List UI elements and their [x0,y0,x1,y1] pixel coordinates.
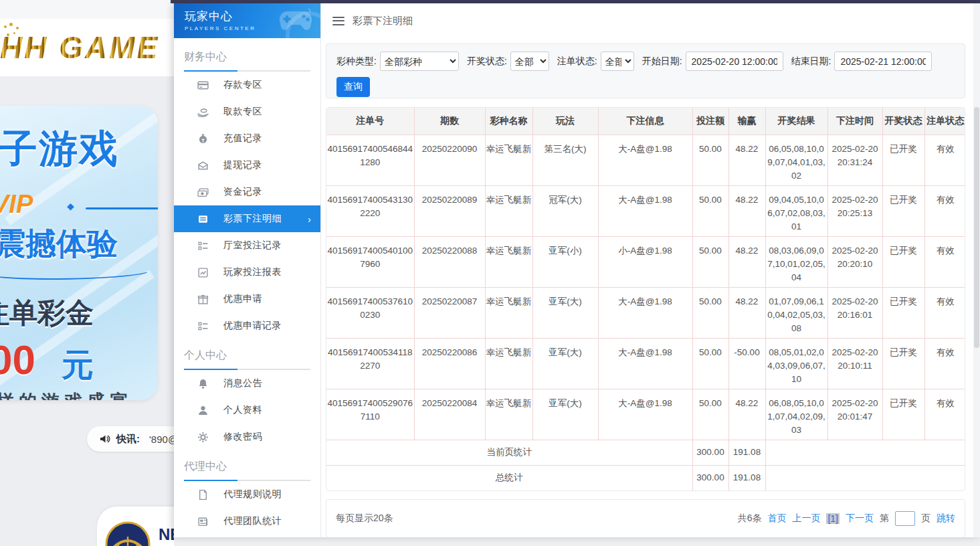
draw-status-cell: 已开奖 [882,185,924,236]
period-cell: 20250220089 [414,185,485,236]
sidebar-item-label: 优惠申请 [223,293,262,305]
table-row: 401569174005431302220 20250220089 幸运飞艇新 … [326,185,965,236]
first-page-link[interactable]: 首页 [767,513,786,525]
jump-page-input[interactable] [895,511,915,526]
lottery-name-cell: 幸运飞艇新 [485,134,532,185]
bet-id-cell: 401569174005431302220 [326,185,414,236]
bet-amount-cell: 50.00 [692,389,728,440]
bet-info-cell: 大-A盘@1.98 [598,185,692,236]
search-button[interactable]: 查询 [336,77,370,97]
sidebar-item-label: 取款专区 [223,106,262,118]
sidebar-item-lottery-bet-details[interactable]: 彩票下注明细 › [174,205,320,232]
logo-spark-dot [16,27,19,29]
bet-status-select[interactable]: 全部 [601,52,634,71]
sidebar-item-promo-apply-records[interactable]: 优惠申请记录 [174,312,320,339]
bet-status-cell: 有效 [924,185,965,236]
sidebar-item-profile[interactable]: 个人资料 [174,397,320,424]
sidebar-item-agent-rules[interactable]: 代理规则说明 [174,481,320,508]
user-icon [197,405,209,416]
draw-result-cell: 06,05,08,10,09,07,04,01,03,02 [765,134,827,185]
bet-id-cell: 401569174005341182270 [326,338,414,389]
promo-banner[interactable]: 子游戏 VIP ◆ 震撼体验 注单彩金 00 元 样的游戏盛宴 中 [0,106,158,400]
bell-icon [197,378,209,389]
play-type-cell: 亚军(大) [532,287,598,338]
bet-info-cell: 大-A盘@1.98 [598,134,692,185]
sidebar-item-withdrawal-records[interactable]: 提现记录 [174,152,320,179]
menu-toggle-icon[interactable] [332,17,345,25]
current-page-indicator: [1] [826,513,840,524]
gift-icon [197,294,209,305]
table-row: 401569174005401007960 20250220088 幸运飞艇新 … [326,236,965,287]
bottom-game-card[interactable]: NE [97,507,174,546]
site-logo-band: HH GAME [0,19,174,76]
bet-id-cell: 401569174005376100230 [326,287,414,338]
scrollbar-track[interactable] [973,3,980,537]
period-cell: 20250220088 [414,236,485,287]
news-ticker[interactable]: 快讯: '890@ [87,426,174,452]
lottery-name-cell: 幸运飞艇新 [485,185,532,236]
lottery-type-select[interactable]: 全部彩种 [380,52,459,71]
sidebar-item-player-bet-report[interactable]: 玩家投注报表 [174,259,320,286]
bet-info-cell: 大-A盘@1.98 [598,287,692,338]
wallet-icon [197,160,209,171]
bottom-card-label: NE [159,525,174,544]
table-row: 401569174005468441280 20250220090 幸运飞艇新 … [326,134,965,185]
jump-page-suffix: 页 [921,513,930,525]
draw-result-cell: 08,03,06,09,07,10,01,02,05,04 [765,236,827,287]
ticker-text: '890@ [149,434,174,445]
credit-card-icon [197,80,209,91]
gear-icon [197,432,209,443]
draw-status-cell: 已开奖 [882,287,924,338]
bet-status-cell: 有效 [924,287,965,338]
players-center-panel: 玩家中心 PLAYERS CENTER 财务中心 存款专区 取款专区 [174,3,980,537]
sidebar-item-hall-bet-records[interactable]: 厅室投注记录 [174,232,320,259]
bet-status-cell: 有效 [924,134,965,185]
bet-info-cell: 小-A盘@1.98 [598,236,692,287]
prev-page-link[interactable]: 上一页 [792,513,820,525]
section-title-agent: 代理中心 [184,460,320,474]
sidebar-item-promo-apply[interactable]: 优惠申请 [174,286,320,312]
win-loss-cell: 48.22 [728,185,765,236]
bet-info-cell: 大-A盘@1.98 [598,389,692,440]
sidebar-item-label: 代理团队统计 [223,515,282,527]
sidebar-item-recharge-records[interactable]: 充值记录 [174,125,320,152]
logo-spark-dot [4,25,7,28]
bet-time-cell: 2025-02-20 20:20:10 [827,236,882,287]
sidebar-item-label: 优惠申请记录 [223,320,282,332]
end-date-input[interactable] [834,52,932,71]
money-bag-icon [197,133,209,145]
sidebar-item-fund-records[interactable]: 资金记录 [174,179,320,205]
next-page-link[interactable]: 下一页 [846,513,874,525]
start-date-input[interactable] [686,52,783,71]
bet-time-cell: 2025-02-20 20:31:24 [827,134,882,185]
bet-status-label: 注单状态: [557,56,597,68]
sidebar-item-agent-team-stats[interactable]: 代理团队统计 [174,508,320,535]
bet-time-cell: 2025-02-20 20:10:11 [827,338,882,389]
period-cell: 20250220086 [414,338,485,389]
bet-id-cell: 401569174005468441280 [326,134,414,185]
summary-label: 总统计 [326,465,692,490]
sidebar-item-label: 彩票下注明细 [223,213,282,225]
column-header: 注单号 [326,108,414,134]
sidebar-item-withdraw-zone[interactable]: 取款专区 [174,98,320,125]
sidebar-item-label: 个人资料 [223,404,262,416]
bet-time-cell: 2025-02-20 20:01:47 [827,389,882,440]
jump-page-prefix: 第 [880,513,889,525]
sidebar-item-label: 玩家投注报表 [223,266,282,278]
background-top-strip [0,0,174,19]
end-date-label: 结束日期: [791,56,831,68]
sidebar: 玩家中心 PLAYERS CENTER 财务中心 存款专区 取款专区 [174,3,321,537]
column-header: 下注信息 [598,108,692,134]
sidebar-item-change-password[interactable]: 修改密码 [174,424,320,450]
chevron-right-icon: › [308,213,311,225]
column-header: 玩法 [532,108,598,134]
jump-button[interactable]: 跳转 [937,513,955,525]
scrollbar-thumb[interactable] [974,107,979,348]
sidebar-item-deposit-zone[interactable]: 存款专区 [174,72,320,98]
draw-status-select[interactable]: 全部 [510,52,549,71]
total-summary-row: 总统计 300.00 191.08 [326,465,965,490]
draw-status-cell: 已开奖 [882,236,924,287]
diamond-icon: ◆ [67,201,74,211]
banner-subtitle-text: 震撼体验 [0,223,118,265]
sidebar-item-messages[interactable]: 消息公告 [174,370,320,397]
